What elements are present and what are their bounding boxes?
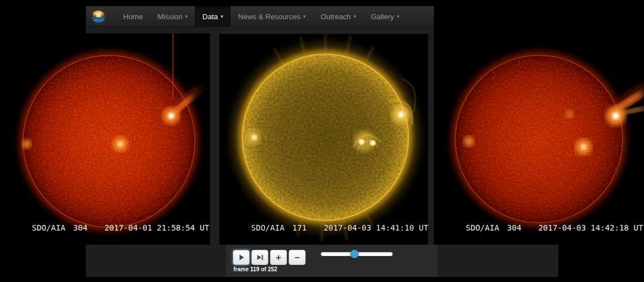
sdo-movie-viewer-page: Home ▾ Mission ▾ Data ▾ News & Resources… — [0, 0, 644, 282]
nav-item-home[interactable]: Home ▾ — [116, 6, 150, 27]
play-icon — [238, 254, 245, 261]
nav-item-outreach[interactable]: Outreach ▾ — [313, 6, 363, 27]
nav-item-gallery[interactable]: Gallery ▾ — [363, 6, 407, 27]
image-caption: SDO/AIA3042017-04-03 14:42:18 UT — [437, 214, 643, 241]
chevron-down-icon: ▾ — [354, 14, 356, 19]
nav-label: News & Resources — [238, 12, 301, 21]
speed-down-button[interactable]: − — [289, 250, 306, 265]
caption-instrument: SDO/AIA — [251, 223, 285, 232]
sun-disk-aia171 — [219, 34, 428, 245]
caption-channel: 171 — [293, 223, 307, 232]
step-frame-button[interactable] — [251, 250, 268, 265]
sun-image-aia304-left[interactable]: SDO/AIA3042017-04-01 21:58:54 UT — [0, 33, 210, 245]
chevron-down-icon: ▾ — [303, 14, 306, 19]
image-caption: SDO/AIA3042017-04-01 21:58:54 UT — [3, 214, 209, 241]
caption-timestamp: 2017-04-03 14:41:10 UT — [324, 223, 428, 232]
chevron-down-icon: ▾ — [397, 14, 400, 19]
nav-label: Data — [202, 12, 217, 21]
movie-controls: + − frame 119 of 252 — [226, 245, 438, 277]
minus-icon: − — [294, 253, 299, 262]
nav-label: Home — [123, 12, 143, 21]
sun-disk-aia304 — [0, 33, 210, 245]
sdo-logo-icon[interactable] — [90, 8, 107, 25]
play-button[interactable] — [233, 250, 250, 265]
caption-timestamp: 2017-04-01 21:58:54 UT — [105, 223, 209, 232]
nav-item-news-resources[interactable]: News & Resources ▾ — [230, 6, 313, 27]
sun-image-aia171-center[interactable]: SDO/AIA1712017-04-03 14:41:10 UT — [219, 34, 428, 245]
nav-label: Outreach — [320, 12, 350, 21]
sun-disk-aia304 — [434, 0, 644, 245]
nav-item-data[interactable]: Data ▾ — [195, 6, 230, 27]
frame-counter: frame 119 of 252 — [233, 266, 277, 272]
sun-image-aia304-right[interactable]: SDO/AIA3042017-04-03 14:42:18 UT — [434, 0, 644, 245]
frame-slider-handle[interactable] — [350, 250, 359, 258]
nav-label: Mission — [158, 12, 182, 21]
caption-channel: 304 — [73, 223, 88, 232]
nav-menu: Home ▾ Mission ▾ Data ▾ News & Resources… — [116, 6, 407, 27]
chevron-down-icon: ▾ — [185, 14, 188, 19]
speed-up-button[interactable]: + — [270, 250, 287, 265]
nav-item-mission[interactable]: Mission ▾ — [150, 6, 195, 27]
caption-channel: 304 — [507, 223, 521, 232]
caption-instrument: SDO/AIA — [466, 223, 499, 232]
step-forward-icon — [256, 254, 264, 261]
caption-timestamp: 2017-04-03 14:42:18 UT — [538, 223, 643, 232]
image-caption: SDO/AIA1712017-04-03 14:41:10 UT — [223, 214, 428, 241]
playback-buttons: + − — [233, 250, 307, 265]
nav-label: Gallery — [371, 12, 394, 21]
plus-icon: + — [276, 253, 281, 262]
chevron-down-icon: ▾ — [221, 14, 224, 19]
caption-instrument: SDO/AIA — [32, 223, 66, 232]
